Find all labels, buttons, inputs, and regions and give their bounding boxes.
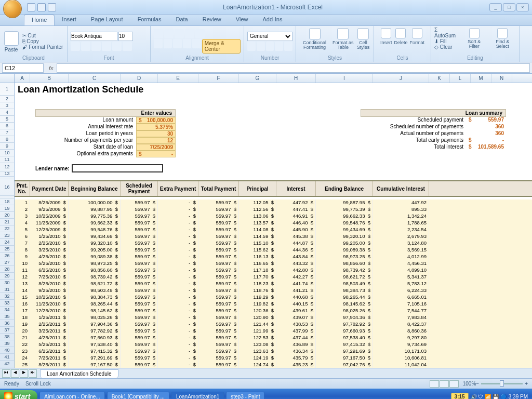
row-header[interactable]: 8: [0, 136, 14, 143]
ribbon-tab-view[interactable]: View: [229, 15, 256, 25]
table-row[interactable]: 94/25/2010 $99,089.38 $559.97 $- $559.97…: [15, 254, 532, 260]
close-button[interactable]: ×: [516, 3, 529, 11]
table-row[interactable]: 247/25/2011 $97,291.69 $559.97 $- $559.9…: [15, 355, 532, 362]
row-header[interactable]: 23: [0, 232, 14, 239]
column-header[interactable]: A: [15, 74, 30, 83]
page-layout-view-button[interactable]: [440, 380, 449, 388]
align-center-button[interactable]: [164, 39, 172, 48]
taskbar-item[interactable]: AimLoan.com - Online...: [39, 392, 104, 400]
increase-decimal-button[interactable]: [275, 42, 283, 51]
copy-button[interactable]: ⎘ Copy: [22, 38, 63, 44]
row-header[interactable]: 18: [0, 198, 14, 205]
row-header[interactable]: 10: [0, 150, 14, 156]
row-header[interactable]: 13: [0, 171, 14, 177]
font-size-input[interactable]: [118, 32, 133, 41]
wrap-text-button[interactable]: [195, 29, 205, 38]
row-header[interactable]: 5: [0, 116, 14, 123]
increase-indent-button[interactable]: [192, 39, 201, 48]
table-row[interactable]: 214/25/2011 $97,660.93 $559.97 $- $559.9…: [15, 335, 532, 341]
column-header[interactable]: N: [491, 74, 512, 83]
tray-icons[interactable]: 🔊 🛡 📶 💾 🔵: [471, 394, 507, 400]
autosum-button[interactable]: Σ AutoSum: [434, 27, 459, 38]
prev-sheet-button[interactable]: ◀: [11, 369, 19, 378]
row-header[interactable]: 38: [0, 334, 14, 340]
minimize-button[interactable]: _: [489, 3, 502, 11]
start-button[interactable]: start: [0, 390, 37, 399]
table-row[interactable]: 72/25/2010 $99,320.10 $559.97 $- $559.97…: [15, 240, 532, 247]
taskbar-item[interactable]: LoanAmortization1: [171, 392, 224, 400]
row-header[interactable]: 11: [0, 156, 14, 163]
align-top-button[interactable]: [154, 29, 163, 38]
clear-button[interactable]: ◇ Clear: [434, 44, 459, 50]
row-header[interactable]: 3: [0, 102, 14, 109]
row-header[interactable]: 19: [0, 205, 14, 212]
column-header[interactable]: D: [121, 74, 158, 83]
input-value[interactable]: 5.375%: [136, 124, 176, 130]
row-header[interactable]: 26: [0, 252, 14, 259]
taskbar-item[interactable]: step3 - Paint: [226, 392, 264, 400]
table-row[interactable]: 181/25/2011 $98,025.26 $559.97 $- $559.9…: [15, 314, 532, 321]
row-header[interactable]: 39: [0, 340, 14, 347]
decrease-decimal-button[interactable]: [284, 42, 292, 51]
ribbon-tab-insert[interactable]: Insert: [55, 15, 84, 25]
input-value[interactable]: 12: [136, 137, 176, 144]
next-sheet-button[interactable]: ▶: [20, 369, 28, 378]
find-select-button[interactable]: Find & Select: [489, 27, 516, 55]
row-header[interactable]: 41: [0, 354, 14, 361]
italic-button[interactable]: [81, 42, 90, 51]
conditional-formatting-button[interactable]: Conditional Formatting: [299, 27, 330, 55]
table-header-cell[interactable]: Payment Date: [30, 181, 69, 196]
column-header[interactable]: H: [276, 74, 316, 83]
table-row[interactable]: 1510/25/2010 $98,384.73 $559.97 $- $559.…: [15, 294, 532, 301]
table-row[interactable]: 1611/25/2010 $98,265.44 $559.97 $- $559.…: [15, 301, 532, 308]
format-painter-button[interactable]: 🖌 Format Painter: [22, 44, 63, 50]
cell-styles-button[interactable]: Cell Styles: [356, 27, 370, 55]
table-row[interactable]: 138/25/2010 $98,621.72 $559.97 $- $559.9…: [15, 281, 532, 287]
zoom-slider[interactable]: −+: [476, 381, 528, 387]
format-cells-button[interactable]: Format: [410, 27, 425, 55]
align-left-button[interactable]: [154, 39, 163, 48]
row-header[interactable]: 22: [0, 225, 14, 232]
row-header[interactable]: 9: [0, 143, 14, 150]
bold-button[interactable]: [71, 42, 80, 51]
percent-button[interactable]: [257, 42, 265, 51]
row-header[interactable]: 33: [0, 300, 14, 307]
first-sheet-button[interactable]: ⏮: [2, 369, 10, 378]
table-header-cell[interactable]: Extra Payment: [158, 181, 198, 196]
table-row[interactable]: 83/25/2010 $99,205.00 $559.97 $- $559.97…: [15, 247, 532, 254]
restore-button[interactable]: □: [503, 3, 515, 11]
row-header[interactable]: 16: [0, 179, 14, 196]
formula-input[interactable]: [57, 63, 530, 73]
row-header[interactable]: 40: [0, 347, 14, 354]
comma-button[interactable]: [266, 42, 274, 51]
sort-filter-button[interactable]: Sort & Filter: [462, 27, 486, 55]
row-header[interactable]: 29: [0, 273, 14, 280]
input-value[interactable]: 30: [136, 130, 176, 137]
row-header[interactable]: 1: [0, 83, 14, 96]
row-header[interactable]: 24: [0, 239, 14, 246]
table-header-cell[interactable]: Interest: [276, 181, 316, 196]
row-header[interactable]: 4: [0, 109, 14, 116]
table-row[interactable]: 411/25/2009 $99,662.33 $559.97 $- $559.9…: [15, 220, 532, 227]
redo-icon[interactable]: [48, 3, 56, 11]
table-header-cell[interactable]: Scheduled Payment: [121, 181, 158, 196]
table-header-cell[interactable]: Ending Balance: [316, 181, 373, 196]
row-header[interactable]: 37: [0, 327, 14, 334]
sheet-tab[interactable]: Loan Amortization Schedule: [40, 369, 118, 378]
ribbon-tab-page-layout[interactable]: Page Layout: [84, 15, 130, 25]
column-header[interactable]: B: [30, 74, 69, 83]
column-header[interactable]: C: [69, 74, 121, 83]
row-header[interactable]: 12: [0, 163, 14, 171]
delete-cells-button[interactable]: Delete: [394, 27, 407, 55]
row-header[interactable]: 34: [0, 307, 14, 313]
merge-center-button[interactable]: Merge & Center: [202, 39, 241, 54]
orientation-button[interactable]: [185, 29, 194, 38]
font-name-input[interactable]: [71, 32, 117, 41]
ribbon-tab-data[interactable]: Data: [168, 15, 195, 25]
ribbon-tab-formulas[interactable]: Formulas: [130, 15, 169, 25]
table-row[interactable]: 310/25/2009 $99,775.39 $559.97 $- $559.9…: [15, 213, 532, 220]
currency-button[interactable]: [247, 42, 256, 51]
table-row[interactable]: 192/25/2011 $97,904.36 $559.97 $- $559.9…: [15, 321, 532, 328]
insert-cells-button[interactable]: Insert: [380, 27, 392, 55]
row-header[interactable]: 31: [0, 286, 14, 293]
